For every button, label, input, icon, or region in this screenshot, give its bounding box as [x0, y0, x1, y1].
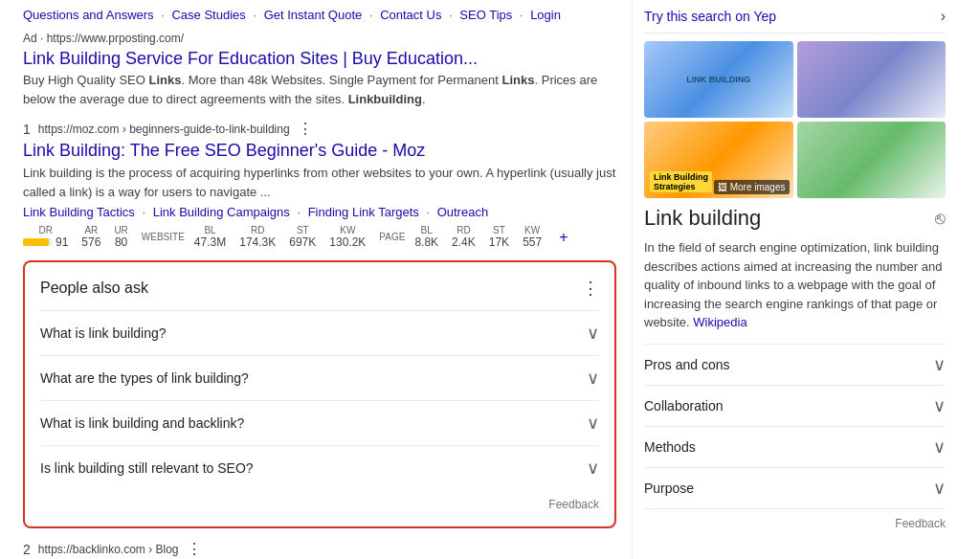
- people-also-ask-box: People also ask ⋮ What is link building?…: [23, 260, 616, 528]
- chevron-right-icon: ›: [941, 8, 946, 25]
- result-1-metrics: DR 91 AR 576 UR 80 WEBSITE BL 47.3M: [23, 225, 616, 249]
- image-2[interactable]: [797, 41, 947, 118]
- nav-login[interactable]: Login: [530, 8, 561, 22]
- image-3-label: Link BuildingStrategies: [650, 171, 712, 192]
- nav-case-studies[interactable]: Case Studies: [171, 8, 245, 22]
- metric-dr-bar: 91: [23, 235, 68, 249]
- paa-kebab[interactable]: ⋮: [582, 278, 599, 299]
- result-1-kebab[interactable]: ⋮: [298, 120, 313, 138]
- metric-st1: ST 697K: [289, 225, 316, 249]
- page-label: PAGE: [379, 232, 405, 242]
- yep-search-link[interactable]: Try this search on Yep ›: [644, 0, 946, 34]
- paa-question-1: What are the types of link building?: [40, 370, 249, 386]
- paa-chevron-1: ∨: [587, 368, 599, 389]
- result-2-kebab[interactable]: ⋮: [187, 540, 202, 558]
- result-2-meta: 2 https://backlinko.com › Blog ⋮: [23, 540, 616, 558]
- kb-section-collab[interactable]: Collaboration ∨: [644, 385, 946, 426]
- image-4[interactable]: [797, 122, 947, 198]
- right-feedback: Feedback: [644, 508, 946, 538]
- metric-kw1: KW 130.2K: [329, 225, 366, 249]
- knowledge-box: Link building ⎋ In the field of search e…: [644, 206, 946, 538]
- paa-chevron-2: ∨: [587, 413, 599, 434]
- nav-questions[interactable]: Questions and Answers: [23, 8, 154, 22]
- kb-section-pros[interactable]: Pros and cons ∨: [644, 344, 946, 385]
- metric-ur: UR 80: [114, 225, 127, 249]
- website-label: WEBSITE: [142, 232, 185, 242]
- kb-section-methods-label: Methods: [644, 439, 696, 455]
- paa-chevron-3: ∨: [587, 458, 599, 479]
- paa-question-2: What is link building and backlink?: [40, 415, 244, 431]
- kb-share-icon[interactable]: ⎋: [935, 209, 946, 229]
- nav-quote[interactable]: Get Instant Quote: [264, 8, 363, 22]
- ad-desc: Buy High Quality SEO Links. More than 48…: [23, 71, 616, 108]
- ad-result: Ad · https://www.prposting.com/ Link Bui…: [23, 32, 616, 108]
- kb-section-purpose-chevron: ∨: [933, 478, 946, 499]
- paa-item-0[interactable]: What is link building? ∨: [40, 310, 599, 355]
- kb-section-collab-label: Collaboration: [644, 398, 724, 414]
- kb-title-row: Link building ⎋: [644, 206, 946, 231]
- metric-bl1: BL 47.3M: [194, 225, 226, 249]
- kb-section-methods-chevron: ∨: [933, 436, 946, 458]
- result-1-link-outreach[interactable]: Outreach: [437, 205, 488, 219]
- metric-st2: ST 17K: [489, 225, 509, 249]
- result-1-link-campaigns[interactable]: Link Building Campaigns: [153, 205, 290, 219]
- paa-item-3[interactable]: Is link building still relevant to SEO? …: [40, 445, 599, 490]
- kb-section-pros-label: Pros and cons: [644, 357, 730, 372]
- paa-item-2[interactable]: What is link building and backlink? ∨: [40, 400, 599, 445]
- result-1-meta: 1 https://moz.com › beginners-guide-to-l…: [23, 120, 616, 138]
- top-nav: Questions and Answers · Case Studies · G…: [23, 8, 616, 22]
- metric-dr: DR 91: [23, 225, 68, 249]
- paa-chevron-0: ∨: [587, 323, 599, 344]
- nav-contact[interactable]: Contact Us: [380, 8, 441, 22]
- dr-bar-outer: [23, 238, 52, 246]
- metric-rd1: RD 174.3K: [239, 225, 276, 249]
- more-images-label: More images: [730, 182, 786, 192]
- result-1-desc: Link building is the process of acquirin…: [23, 164, 616, 201]
- kb-title: Link building: [644, 206, 761, 231]
- result-2-url: https://backlinko.com › Blog: [38, 543, 179, 556]
- kb-section-methods[interactable]: Methods ∨: [644, 426, 946, 467]
- wikipedia-link[interactable]: Wikipedia: [693, 315, 746, 329]
- image-icon: 🖼: [718, 182, 727, 192]
- nav-seo-tips[interactable]: SEO Tips: [459, 8, 512, 22]
- right-panel: Try this search on Yep › LINK BUILDING L…: [632, 0, 957, 559]
- metric-ar: AR 576: [81, 225, 100, 249]
- image-3[interactable]: Link BuildingStrategies 🖼 More images: [644, 122, 793, 198]
- paa-question-0: What is link building?: [40, 325, 167, 341]
- metrics-plus[interactable]: +: [559, 229, 568, 246]
- paa-title: People also ask: [40, 280, 148, 297]
- ad-label: Ad · https://www.prposting.com/: [23, 32, 616, 45]
- kb-section-collab-chevron: ∨: [933, 395, 946, 416]
- paa-item-1[interactable]: What are the types of link building? ∨: [40, 355, 599, 400]
- ad-title[interactable]: Link Building Service For Education Site…: [23, 49, 616, 69]
- kb-section-purpose[interactable]: Purpose ∨: [644, 467, 946, 508]
- more-images-overlay[interactable]: 🖼 More images: [714, 180, 790, 194]
- yep-search-label: Try this search on Yep: [644, 9, 776, 24]
- metric-kw2: KW 557: [523, 225, 542, 249]
- kb-desc: In the field of search engine optimizati…: [644, 238, 946, 332]
- paa-header: People also ask ⋮: [40, 278, 599, 299]
- result-2: 2 https://backlinko.com › Blog ⋮ Link Bu…: [23, 540, 616, 559]
- kb-section-pros-chevron: ∨: [933, 354, 946, 375]
- result-2-num: 2: [23, 542, 31, 557]
- kb-section-purpose-label: Purpose: [644, 481, 694, 496]
- metric-bl2: BL 8.8K: [414, 225, 438, 249]
- dr-bar-inner: [23, 238, 49, 246]
- paa-feedback: Feedback: [40, 498, 599, 511]
- result-1-num: 1: [23, 122, 31, 137]
- image-1[interactable]: LINK BUILDING: [644, 41, 793, 118]
- result-1: 1 https://moz.com › beginners-guide-to-l…: [23, 120, 616, 249]
- metric-rd2: RD 2.4K: [452, 225, 476, 249]
- paa-question-3: Is link building still relevant to SEO?: [40, 460, 254, 476]
- result-1-links: Link Building Tactics · Link Building Ca…: [23, 205, 616, 219]
- left-panel: Questions and Answers · Case Studies · G…: [0, 0, 632, 559]
- result-1-link-targets[interactable]: Finding Link Targets: [308, 205, 419, 219]
- images-grid: LINK BUILDING Link BuildingStrategies 🖼 …: [644, 41, 946, 198]
- result-1-url: https://moz.com › beginners-guide-to-lin…: [38, 123, 290, 136]
- result-1-title[interactable]: Link Building: The Free SEO Beginner's G…: [23, 140, 616, 162]
- result-1-link-tactics[interactable]: Link Building Tactics: [23, 205, 135, 219]
